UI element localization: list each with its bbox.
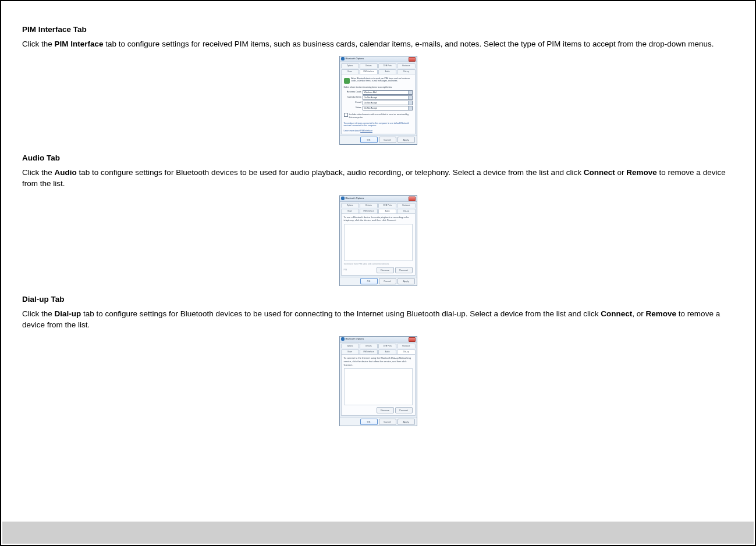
dialog-footer: OK Cancel Apply (340, 417, 417, 426)
ok-button[interactable]: OK (360, 419, 378, 425)
tab[interactable]: Devices (360, 203, 378, 208)
field-label: Calendar Items (344, 96, 361, 99)
tab[interactable]: Devices (360, 344, 378, 348)
text: Learn more about (344, 130, 361, 132)
field-label: E-mail (344, 101, 361, 104)
tab[interactable]: Options (341, 344, 359, 348)
tab[interactable]: Hardware (397, 344, 415, 348)
ok-button[interactable]: OK (360, 278, 378, 284)
para-pim: Click the PIM Interface tab to configure… (22, 39, 734, 50)
section-label: Select where to store incoming items to … (344, 86, 413, 89)
dropdown-value: Do Not Accept (364, 106, 377, 110)
text: or (615, 168, 627, 177)
close-icon[interactable] (409, 337, 416, 342)
figure-pim: Bluetooth Options Options Devices COM Po… (22, 56, 734, 145)
text: Click the (22, 309, 55, 318)
tab[interactable]: Hardware (397, 203, 415, 208)
dialog-title: Bluetooth Options (346, 197, 364, 200)
tab[interactable]: Hardware (397, 63, 415, 68)
close-icon[interactable] (409, 197, 416, 201)
figure-dialup: Bluetooth Options Options Devices COM Po… (22, 336, 734, 426)
dialog-title: Bluetooth Options (346, 57, 364, 60)
dropdown[interactable]: Do Not Accept (363, 95, 413, 100)
checkbox-row[interactable]: Include attachments with e-mail that is … (344, 113, 413, 119)
tab[interactable]: Share (341, 69, 359, 74)
tab-active[interactable]: PIM Interface (360, 69, 378, 74)
dialog-title: Bluetooth Options (346, 337, 364, 341)
tab[interactable]: PIM Interface (360, 349, 378, 354)
dialog-tabs-row2: Share PIM Interface Audio Dial-up (340, 208, 417, 213)
close-icon[interactable] (409, 57, 416, 62)
config-text: To configure devices connected to this c… (344, 122, 413, 127)
connect-button[interactable]: Connect (395, 407, 413, 413)
dropdown-value: Windows Mail (364, 91, 377, 94)
tab[interactable]: COM Ports (378, 203, 396, 208)
apply-button[interactable]: Apply (397, 419, 415, 425)
button-row: PIN Remove Connect (344, 267, 413, 273)
tab[interactable]: Dial-up (397, 69, 415, 74)
dialog-footer: OK Cancel Apply (340, 277, 417, 286)
para-audio: Click the Audio tab to configure setting… (22, 167, 734, 190)
remove-button[interactable]: Remove (377, 267, 394, 273)
tab[interactable]: Share (341, 209, 359, 213)
dropdown[interactable]: Do Not Accept (363, 106, 413, 110)
dialog-tabs-row1: Options Devices COM Ports Hardware (340, 202, 417, 208)
info-icon (344, 78, 350, 84)
tab[interactable]: Options (341, 63, 359, 68)
dialog-tabs-row2: Share PIM Interface Audio Dial-up (340, 68, 417, 74)
field-label: Notes (344, 106, 361, 109)
device-list[interactable] (344, 224, 413, 261)
text: Click the (22, 168, 55, 177)
text: , or (632, 309, 645, 318)
info-text: To use a Bluetooth device for audio play… (344, 216, 413, 222)
cancel-button[interactable]: Cancel (379, 137, 396, 143)
field-row: Notes Do Not Accept (344, 106, 413, 110)
remove-button[interactable]: Remove (377, 407, 394, 413)
dialog-audio: Bluetooth Options Options Devices COM Po… (339, 195, 417, 286)
heading-pim: PIM Interface Tab (22, 24, 734, 35)
dialog-tabs-row2: Share PIM Interface Audio Dial-up (340, 348, 417, 354)
heading-dialup: Dial-up Tab (22, 294, 734, 305)
field-label: Business Cards (344, 91, 361, 94)
tab[interactable]: Share (341, 349, 359, 354)
field-row: E-mail Do Not Accept (344, 101, 413, 105)
dialog-pane: To use a Bluetooth device for audio play… (341, 213, 416, 276)
ok-button[interactable]: OK (360, 137, 378, 143)
tab[interactable]: PIM Interface (360, 209, 378, 213)
dialog-pim: Bluetooth Options Options Devices COM Po… (339, 56, 417, 145)
para-dialup: Click the Dial-up tab to configure setti… (22, 309, 734, 331)
apply-button[interactable]: Apply (397, 278, 415, 284)
tab[interactable]: Devices (360, 63, 378, 68)
dialog-dialup: Bluetooth Options Options Devices COM Po… (339, 336, 417, 426)
device-list[interactable] (344, 368, 413, 405)
text: tab to configure settings for Bluetooth … (81, 309, 601, 318)
dropdown-value: Do Not Accept (364, 101, 377, 105)
dropdown[interactable]: Do Not Accept (363, 101, 413, 105)
button-row: Remove Connect (344, 407, 413, 413)
dialog-tabs-row1: Options Devices COM Ports Hardware (340, 342, 417, 348)
tab[interactable]: Options (341, 203, 359, 208)
heading-audio: Audio Tab (22, 153, 734, 164)
cancel-button[interactable]: Cancel (379, 419, 396, 425)
cancel-button[interactable]: Cancel (379, 278, 396, 284)
learn-link[interactable]: PIM Interface (360, 130, 372, 132)
text: tab to configure settings for Bluetooth … (77, 168, 584, 177)
tab[interactable]: Audio (378, 349, 396, 354)
dialog-pane: Allow Bluetooth devices to send you PIM … (341, 74, 416, 134)
dialog-titlebar: Bluetooth Options (340, 196, 417, 202)
info-block: Allow Bluetooth devices to send you PIM … (344, 77, 413, 84)
tab[interactable]: COM Ports (378, 63, 396, 68)
tab[interactable]: Audio (378, 69, 396, 74)
tab-active[interactable]: Dial-up (397, 349, 415, 354)
dropdown[interactable]: Windows Mail (363, 90, 413, 95)
connect-button[interactable]: Connect (395, 267, 413, 273)
dialog-pane: To connect to the Internet using the Blu… (341, 354, 416, 416)
text-bold: Remove (626, 168, 657, 177)
tab-active[interactable]: Audio (378, 209, 396, 213)
tab[interactable]: COM Ports (378, 344, 396, 348)
tab[interactable]: Dial-up (397, 209, 415, 213)
dialog-titlebar: Bluetooth Options (340, 337, 417, 342)
text-bold: Connect (584, 168, 615, 177)
apply-button[interactable]: Apply (397, 137, 415, 143)
text-bold: PIM Interface (55, 40, 104, 48)
